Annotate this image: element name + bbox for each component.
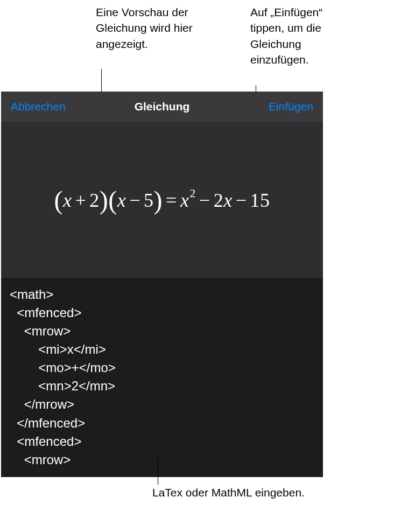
callout-input: LaTex oder MathML eingeben.	[152, 485, 305, 500]
paren-open: (	[54, 186, 63, 214]
op-plus: +	[75, 190, 87, 211]
panel-header: Abbrechen Gleichung Einfügen	[1, 92, 323, 122]
var-x: x	[63, 190, 72, 211]
cancel-button[interactable]: Abbrechen	[11, 100, 66, 113]
op-equals: =	[166, 190, 177, 211]
var-x: x	[117, 190, 126, 211]
code-input-area[interactable]: <math> <mfenced> <mrow> <mi>x</mi> <mo>+…	[1, 278, 323, 477]
op-minus: −	[129, 190, 140, 211]
num-2: 2	[214, 190, 224, 211]
equation-editor-panel: Abbrechen Gleichung Einfügen (x+2)(x−5)=…	[1, 92, 323, 477]
panel-title: Gleichung	[135, 100, 190, 113]
equation-preview-area: (x+2)(x−5)=x2−2x−15	[1, 122, 323, 278]
paren-close: )	[100, 186, 108, 214]
num-2: 2	[89, 190, 100, 211]
callout-line	[158, 458, 158, 485]
code-text: <math> <mfenced> <mrow> <mi>x</mi> <mo>+…	[10, 285, 314, 469]
num-5: 5	[144, 190, 154, 211]
op-minus: −	[236, 190, 247, 211]
num-15: 15	[250, 190, 270, 211]
callout-preview: Eine Vorschau der Gleichung wird hier an…	[96, 4, 214, 52]
exponent-2: 2	[189, 186, 196, 200]
insert-button[interactable]: Einfügen	[269, 100, 313, 113]
paren-open: (	[108, 186, 117, 214]
var-x: x	[223, 190, 232, 211]
equation-preview: (x+2)(x−5)=x2−2x−15	[54, 185, 270, 215]
op-minus: −	[199, 190, 210, 211]
paren-close: )	[154, 186, 163, 214]
callout-insert: Auf „Einfügen“ tippen, um die Gleichung …	[250, 4, 358, 68]
var-x: x	[180, 190, 189, 211]
